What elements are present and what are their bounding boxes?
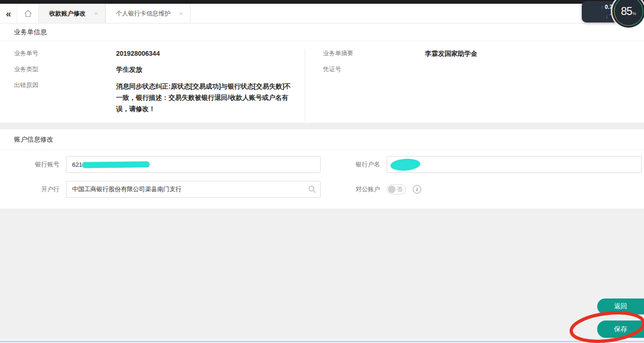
corporate-account-label: 对公账户	[321, 185, 380, 194]
field-value: 消息同步状态纠正:原状态[交易成功]与银行状态[交易失败]不一致，银行描述：交易…	[116, 81, 295, 114]
back-button[interactable]: 返回	[597, 298, 644, 314]
order-info-section: 业务单信息 业务单号 201928006344 业务类型 学生发放 出错原因 消…	[0, 23, 644, 123]
field-label: 业务单摘要	[323, 49, 425, 58]
info-icon[interactable]: i	[413, 185, 421, 194]
tab-label: 个人银行卡信息维护	[116, 9, 171, 18]
field-label: 出错原因	[14, 81, 116, 114]
corporate-account-toggle[interactable]: 否	[387, 184, 406, 194]
content-background	[0, 209, 644, 340]
field-voucher-number: 凭证号	[323, 65, 644, 74]
double-chevron-left-icon: «	[6, 9, 11, 18]
tab-payee-account-edit[interactable]: 收款账户修改 ×	[38, 4, 105, 23]
field-order-summary: 业务单摘要 李霖发国家助学金	[323, 49, 644, 58]
gauge-unit: %	[632, 11, 636, 16]
gauge-text: 85 %	[621, 5, 637, 18]
collapse-sidebar-button[interactable]: «	[0, 4, 17, 23]
toggle-state-label: 否	[397, 186, 402, 194]
bank-account-input[interactable]	[66, 156, 321, 173]
tab-bar: « 收款账户修改 × 个人银行卡信息维护 ×	[0, 4, 644, 23]
home-tab-button[interactable]	[17, 4, 38, 23]
form-row-1: 银行账号 银行户名	[0, 156, 644, 173]
save-button[interactable]: 保存	[597, 321, 644, 338]
account-edit-form: 银行账号 银行户名 开户行 对公账户 否	[0, 150, 644, 198]
bank-holder-label: 银行户名	[321, 160, 380, 169]
order-info-left-column: 业务单号 201928006344 业务类型 学生发放 出错原因 消息同步状态纠…	[0, 49, 305, 121]
home-icon	[23, 9, 33, 18]
close-icon[interactable]: ×	[179, 10, 183, 17]
field-business-type: 业务类型 学生发放	[14, 65, 305, 74]
field-label: 凭证号	[323, 65, 425, 74]
gauge-value: 85	[621, 5, 632, 18]
order-info-columns: 业务单号 201928006344 业务类型 学生发放 出错原因 消息同步状态纠…	[0, 41, 644, 121]
close-icon[interactable]: ×	[94, 10, 98, 17]
bank-account-input-wrap	[66, 156, 321, 173]
bank-branch-input[interactable]	[66, 181, 321, 198]
bank-branch-input-wrap	[66, 181, 321, 198]
tab-personal-bankcard-maintenance[interactable]: 个人银行卡信息维护 ×	[105, 4, 190, 23]
account-edit-header: 账户信息修改	[0, 129, 644, 150]
order-info-header: 业务单信息	[0, 23, 644, 41]
field-value: 201928006344	[116, 49, 160, 58]
account-edit-section: 账户信息修改 银行账号 银行户名 开户行 对公账户	[0, 129, 644, 209]
order-info-right-column: 业务单摘要 李霖发国家助学金 凭证号	[305, 49, 644, 121]
upload-speed-value: 0.7	[605, 2, 613, 12]
bank-holder-input[interactable]	[387, 156, 642, 173]
search-icon[interactable]	[308, 185, 316, 194]
bank-branch-label: 开户行	[0, 185, 59, 194]
field-label: 业务单号	[14, 49, 116, 58]
field-value: 学生发放	[116, 65, 142, 74]
bank-holder-input-wrap	[387, 156, 642, 173]
section-title: 业务单信息	[14, 28, 47, 37]
section-title: 账户信息修改	[14, 135, 53, 144]
window-top-strip	[0, 0, 644, 4]
field-order-number: 业务单号 201928006344	[14, 49, 305, 58]
section-separator	[0, 123, 644, 129]
upload-arrow-icon: ↑	[601, 2, 604, 12]
bank-account-label: 银行账号	[0, 160, 59, 169]
field-value: 李霖发国家助学金	[425, 49, 477, 58]
toggle-knob	[388, 186, 395, 193]
download-arrow-icon: ↓	[606, 12, 608, 21]
form-row-2: 开户行 对公账户 否 i	[0, 181, 644, 198]
tab-label: 收款账户修改	[49, 9, 86, 18]
field-error-reason: 出错原因 消息同步状态纠正:原状态[交易成功]与银行状态[交易失败]不一致，银行…	[14, 81, 305, 114]
field-label: 业务类型	[14, 65, 116, 74]
payee-account-edit-screen: { "window": { "tab_bar": { "collapse_ico…	[0, 0, 644, 343]
